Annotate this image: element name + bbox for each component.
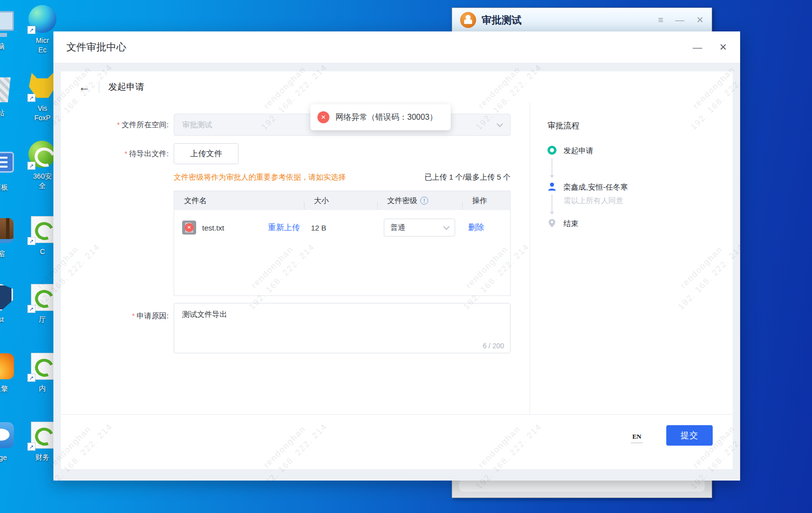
flow-step-start: 发起申请 <box>547 146 733 182</box>
minimize-icon[interactable]: — <box>675 15 684 24</box>
green-doc-icon: ➚ <box>28 216 56 244</box>
shortcut-arrow-icon: ➚ <box>27 443 35 451</box>
flow-connector-arrow <box>551 158 552 178</box>
archive-icon <box>0 218 15 246</box>
desktop-icon-this-pc[interactable]: 脑 <box>0 9 22 51</box>
person-icon <box>547 182 556 191</box>
flow-step-end: 结束 <box>547 219 733 228</box>
info-icon[interactable]: ! <box>420 197 428 205</box>
minimize-icon[interactable]: — <box>693 42 702 52</box>
reupload-link[interactable]: 重新上传 <box>268 223 300 233</box>
approval-test-titlebar: 审批测试 ≡ — ✕ <box>452 8 712 32</box>
shortcut-arrow-icon: ➚ <box>27 305 35 313</box>
chevron-down-icon <box>497 121 503 127</box>
dialog-title: 文件审批中心 <box>66 40 126 54</box>
desktop-icon-archive[interactable]: 缩 <box>0 217 22 258</box>
ime-language-indicator[interactable]: EN <box>631 433 643 443</box>
shortcut-arrow-icon: ➚ <box>27 374 35 382</box>
flow-step-approvers: 栾鑫成,安恒-任冬寒 需以上所有人同意 <box>547 182 733 219</box>
file-table: 文件名 大小 文件密级 ! 操作 <box>174 191 511 296</box>
approval-test-footer <box>452 480 712 498</box>
error-icon: ✕ <box>317 111 329 123</box>
error-toast: ✕ 网络异常（错误码：30003） <box>310 104 451 130</box>
green-doc-icon: ➚ <box>28 422 56 450</box>
icon-label: 面板 <box>0 183 22 192</box>
desktop: 脑 站 面板 缩 st 天擎 age ➚ Micr Ec ➚ Vis FoxP <box>0 0 812 513</box>
shortcut-arrow-icon: ➚ <box>27 237 35 245</box>
shortcut-arrow-icon: ➚ <box>27 162 35 170</box>
file-approval-center-dialog: 文件审批中心 — ✕ ← 发起申请 *文件所在空间: <box>53 31 740 481</box>
step-label: 结束 <box>563 219 578 228</box>
chevron-down-icon <box>443 224 450 230</box>
step-label: 栾鑫成,安恒-任冬寒 <box>563 182 628 192</box>
table-row: ✕ test.txt 重新上传 12 B 普通 <box>174 210 510 245</box>
col-actions: 操作 <box>472 196 487 206</box>
desktop-icon-tianqing[interactable]: 天擎 <box>0 352 22 394</box>
flow-title: 审批流程 <box>547 121 733 131</box>
icon-label: 天擎 <box>0 384 22 394</box>
file-name: test.txt <box>202 224 224 232</box>
col-classification: 文件密级 <box>387 196 417 206</box>
edge-icon: ➚ <box>28 5 56 33</box>
flame-icon <box>0 353 15 381</box>
green-doc-icon: ➚ <box>28 284 56 312</box>
security-level-select[interactable]: 普通 <box>384 219 455 237</box>
recycle-bin-icon <box>0 77 15 105</box>
map-pin-icon <box>547 219 556 228</box>
icon-label: 站 <box>0 108 22 118</box>
upload-count: 已上传 1 个/最多上传 5 个 <box>424 173 511 182</box>
step-sublabel: 需以上所有人同意 <box>563 196 628 206</box>
close-icon[interactable]: ✕ <box>696 15 704 24</box>
icon-label: 缩 <box>0 249 22 258</box>
step-start-icon <box>547 146 556 155</box>
foxpro-icon: ➚ <box>28 73 56 101</box>
security-level-value: 普通 <box>390 223 405 233</box>
upload-file-button[interactable]: 上传文件 <box>174 143 239 164</box>
desktop-icon-recycle-bin[interactable]: 站 <box>0 76 22 118</box>
header-divider <box>99 81 99 93</box>
message-icon <box>0 422 15 450</box>
360-security-icon: ➚ <box>28 141 56 169</box>
step-label: 发起申请 <box>563 146 593 155</box>
file-size: 12 B <box>304 224 377 232</box>
toast-message: 网络异常（错误码：30003） <box>335 112 438 123</box>
green-doc-icon: ➚ <box>28 353 56 381</box>
reason-label: *申请原因: <box>61 303 174 353</box>
back-icon[interactable]: ← <box>78 81 90 93</box>
approval-flow-panel: 审批流程 发起申请 <box>530 102 733 414</box>
window-title: 审批测试 <box>482 13 522 27</box>
file-table-header: 文件名 大小 文件密级 ! 操作 <box>174 191 510 210</box>
request-card: ← 发起申请 *文件所在空间: 审批测试 <box>61 71 733 469</box>
icon-label: st <box>0 315 22 324</box>
shield-icon <box>0 284 15 312</box>
col-filename: 文件名 <box>184 196 207 206</box>
delete-link[interactable]: 删除 <box>468 223 484 232</box>
stamp-app-icon <box>460 12 476 28</box>
txt-file-error-icon: ✕ <box>182 221 196 235</box>
shortcut-arrow-icon: ➚ <box>27 94 35 102</box>
reason-textarea[interactable]: 测试文件导出 <box>174 303 510 353</box>
dialog-titlebar: 文件审批中心 — ✕ <box>53 31 740 63</box>
shortcut-arrow-icon: ➚ <box>27 26 35 34</box>
list-icon[interactable]: ≡ <box>658 15 663 24</box>
flow-connector-arrow <box>551 195 552 214</box>
card-header: ← 发起申请 <box>61 71 733 102</box>
file-space-value: 审批测试 <box>182 120 212 130</box>
icon-label: age <box>0 453 22 463</box>
close-icon[interactable]: ✕ <box>719 42 727 52</box>
chat-input-strip[interactable] <box>459 480 705 492</box>
request-form: *文件所在空间: 审批测试 *待导出文件: <box>61 102 530 414</box>
submit-button[interactable]: 提交 <box>666 425 713 446</box>
control-panel-icon <box>0 152 15 180</box>
this-pc-icon <box>0 11 15 39</box>
space-label: *文件所在空间: <box>61 114 174 136</box>
page-title: 发起申请 <box>108 81 144 93</box>
desktop-icon-shield-app[interactable]: st <box>0 283 22 324</box>
col-size: 大小 <box>314 196 329 206</box>
classification-warning: 文件密级将作为审批人的重要参考依据，请如实选择 <box>174 173 346 182</box>
desktop-icon-message[interactable]: age <box>0 421 22 463</box>
char-counter: 6 / 200 <box>483 342 504 350</box>
desktop-icon-control-panel[interactable]: 面板 <box>0 149 22 192</box>
icon-label: 脑 <box>0 42 22 51</box>
card-footer: EN 提交 <box>61 414 733 469</box>
